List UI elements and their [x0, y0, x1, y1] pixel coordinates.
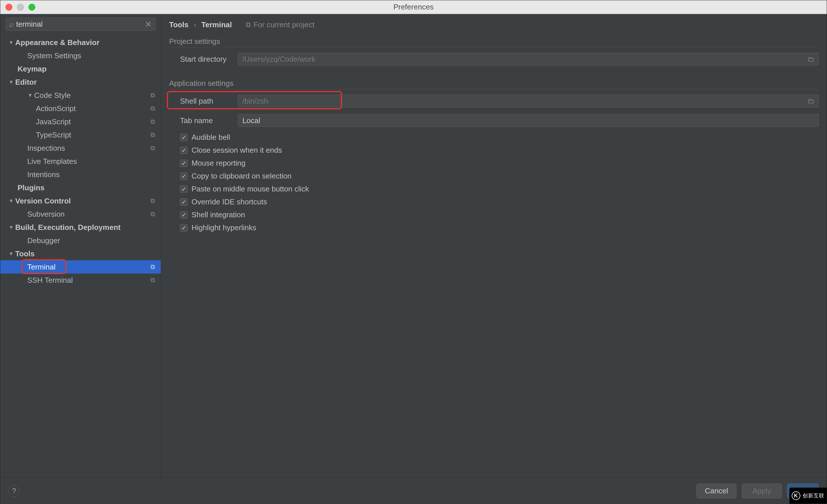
shell-path-field: Shell path 🗀: [169, 93, 819, 109]
sidebar-item-label: Debugger: [27, 236, 155, 245]
checkbox-audible-bell[interactable]: ✓Audible bell: [180, 133, 819, 142]
application-settings-heading: Application settings: [169, 79, 819, 89]
checkbox-highlight-hyperlinks[interactable]: ✓Highlight hyperlinks: [180, 223, 819, 232]
settings-tree: ▼Appearance & BehaviorSystem SettingsKey…: [0, 34, 161, 477]
sidebar-item-label: SSH Terminal: [27, 276, 150, 285]
checkbox-label: Close session when it ends: [192, 146, 282, 155]
sidebar-item-label: Appearance & Behavior: [15, 38, 155, 47]
sidebar-item-label: Intentions: [27, 170, 155, 179]
project-scope-icon: ⧉: [150, 197, 155, 205]
sidebar-item-label: JavaScript: [36, 117, 150, 126]
sidebar-item-label: Terminal: [27, 263, 150, 271]
project-scope-icon: ⧉: [150, 105, 155, 112]
project-scope-icon: ⧉: [150, 210, 155, 218]
sidebar-item-label: Live Templates: [27, 157, 155, 166]
sidebar-item-actionscript[interactable]: ActionScript⧉: [0, 102, 161, 115]
breadcrumb: Tools › Terminal ⧉ For current project: [169, 14, 819, 35]
project-scope-icon: ⧉: [150, 263, 155, 271]
sidebar-item-debugger[interactable]: Debugger: [0, 234, 161, 247]
sidebar-item-label: Version Control: [15, 197, 150, 205]
breadcrumb-separator-icon: ›: [194, 20, 196, 29]
chevron-down-icon: ▼: [26, 92, 34, 98]
search-box[interactable]: ⌕ ✕: [5, 17, 156, 31]
start-directory-input[interactable]: [242, 55, 808, 64]
watermark-logo-icon: K: [792, 491, 800, 500]
checkbox-label: Audible bell: [192, 133, 230, 142]
browse-folder-icon[interactable]: 🗀: [808, 55, 814, 63]
tab-name-field: Tab name: [169, 112, 819, 129]
sidebar-item-label: System Settings: [27, 51, 155, 60]
search-icon: ⌕: [9, 20, 14, 29]
tab-name-label: Tab name: [169, 116, 238, 125]
for-current-project-label: ⧉ For current project: [246, 20, 314, 29]
project-scope-icon: ⧉: [246, 21, 251, 29]
checkbox-override-ide-shortcuts[interactable]: ✓Override IDE shortcuts: [180, 197, 819, 206]
sidebar-item-live-templates[interactable]: Live Templates: [0, 155, 161, 168]
sidebar-item-editor[interactable]: ▼Editor: [0, 75, 161, 89]
sidebar-item-label: ActionScript: [36, 104, 150, 113]
window-title: Preferences: [0, 3, 827, 11]
browse-folder-icon[interactable]: 🗀: [808, 97, 814, 105]
sidebar: ⌕ ✕ ▼Appearance & BehaviorSystem Setting…: [0, 14, 161, 477]
checkbox-label: Copy to clipboard on selection: [192, 172, 291, 181]
sidebar-item-label: Tools: [15, 249, 155, 258]
sidebar-item-intentions[interactable]: Intentions: [0, 168, 161, 181]
sidebar-item-label: Keymap: [17, 64, 155, 73]
checkbox-box-icon: ✓: [180, 224, 188, 232]
checkbox-box-icon: ✓: [180, 198, 188, 206]
help-button[interactable]: ?: [8, 485, 20, 497]
shell-path-label: Shell path: [169, 97, 238, 106]
sidebar-item-terminal[interactable]: Terminal⧉: [0, 260, 161, 273]
apply-button: Apply: [742, 484, 782, 499]
sidebar-item-keymap[interactable]: Keymap: [0, 62, 161, 75]
checkbox-label: Highlight hyperlinks: [192, 223, 256, 232]
chevron-down-icon: ▼: [7, 79, 15, 85]
chevron-down-icon: ▼: [7, 224, 15, 231]
sidebar-item-inspections[interactable]: Inspections⧉: [0, 142, 161, 155]
chevron-down-icon: ▼: [7, 40, 15, 46]
sidebar-item-ssh-terminal[interactable]: SSH Terminal⧉: [0, 273, 161, 287]
titlebar: Preferences: [0, 0, 827, 14]
checkbox-close-session-when-it-ends[interactable]: ✓Close session when it ends: [180, 146, 819, 155]
project-scope-icon: ⧉: [150, 118, 155, 125]
sidebar-item-code-style[interactable]: ▼Code Style⧉: [0, 89, 161, 102]
sidebar-item-label: TypeScript: [36, 131, 150, 140]
sidebar-item-label: Plugins: [17, 184, 155, 192]
search-input[interactable]: [16, 20, 145, 29]
clear-search-icon[interactable]: ✕: [145, 19, 152, 29]
sidebar-item-label: Editor: [15, 78, 155, 87]
checkbox-label: Shell integration: [192, 210, 245, 219]
sidebar-item-build-execution-deployment[interactable]: ▼Build, Execution, Deployment: [0, 221, 161, 234]
sidebar-item-label: Code Style: [34, 91, 150, 100]
sidebar-item-version-control[interactable]: ▼Version Control⧉: [0, 194, 161, 207]
sidebar-item-javascript[interactable]: JavaScript⧉: [0, 115, 161, 128]
project-scope-icon: ⧉: [150, 131, 155, 139]
sidebar-item-system-settings[interactable]: System Settings: [0, 49, 161, 62]
footer: ? Cancel Apply OK: [0, 477, 827, 504]
sidebar-item-label: Subversion: [27, 210, 150, 219]
sidebar-item-plugins[interactable]: Plugins: [0, 181, 161, 194]
project-scope-icon: ⧉: [150, 276, 155, 284]
checkbox-copy-to-clipboard-on-selection[interactable]: ✓Copy to clipboard on selection: [180, 172, 819, 181]
sidebar-item-label: Build, Execution, Deployment: [15, 223, 155, 232]
sidebar-item-appearance-behavior[interactable]: ▼Appearance & Behavior: [0, 36, 161, 49]
checkbox-label: Override IDE shortcuts: [192, 197, 267, 206]
sidebar-item-tools[interactable]: ▼Tools: [0, 247, 161, 260]
checkbox-box-icon: ✓: [180, 172, 188, 180]
checkbox-shell-integration[interactable]: ✓Shell integration: [180, 210, 819, 219]
checkbox-mouse-reporting[interactable]: ✓Mouse reporting: [180, 159, 819, 168]
checkbox-box-icon: ✓: [180, 147, 188, 154]
checkbox-label: Paste on middle mouse button click: [192, 185, 309, 194]
checkbox-group: ✓Audible bell✓Close session when it ends…: [169, 133, 819, 232]
start-directory-label: Start directory: [169, 55, 238, 64]
tab-name-input[interactable]: [242, 116, 814, 125]
sidebar-item-typescript[interactable]: TypeScript⧉: [0, 128, 161, 142]
cancel-button[interactable]: Cancel: [696, 484, 736, 499]
checkbox-paste-on-middle-mouse-button-click[interactable]: ✓Paste on middle mouse button click: [180, 185, 819, 194]
checkbox-label: Mouse reporting: [192, 159, 246, 168]
shell-path-input[interactable]: [242, 97, 808, 106]
project-scope-icon: ⧉: [150, 144, 155, 152]
checkbox-box-icon: ✓: [180, 186, 188, 193]
breadcrumb-terminal: Terminal: [201, 20, 232, 29]
sidebar-item-subversion[interactable]: Subversion⧉: [0, 207, 161, 221]
